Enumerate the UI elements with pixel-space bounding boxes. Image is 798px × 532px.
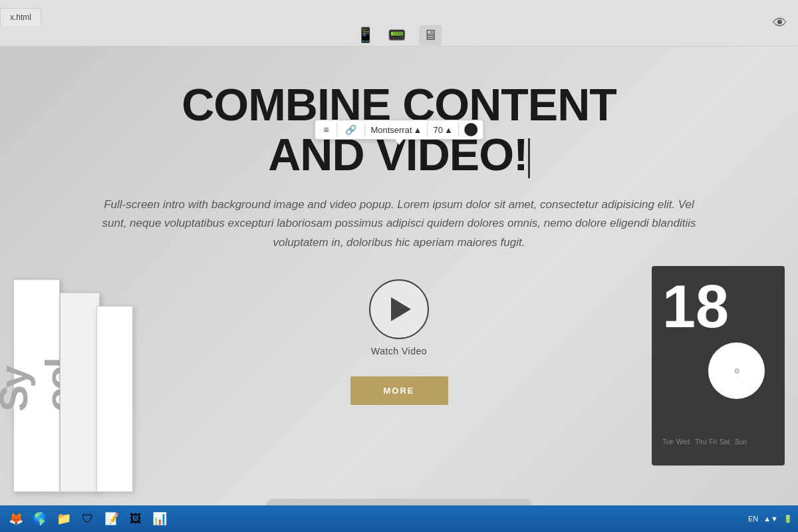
text-color-picker[interactable] bbox=[464, 123, 477, 136]
font-size-value: 70 bbox=[433, 125, 442, 135]
taskbar-browser[interactable]: 🌎 bbox=[29, 508, 51, 529]
taskbar-photoshop[interactable]: 🖼 bbox=[125, 508, 146, 529]
toolbar-divider-1 bbox=[336, 123, 337, 136]
browser-tab[interactable]: x.html bbox=[0, 8, 41, 26]
font-name: Montserrat bbox=[370, 125, 412, 135]
align-button[interactable]: ≡ bbox=[321, 123, 331, 136]
play-button[interactable] bbox=[369, 279, 429, 339]
mobile-icon[interactable]: 📱 bbox=[356, 27, 374, 44]
link-button[interactable]: 🔗 bbox=[342, 123, 359, 136]
eye-icon[interactable]: 👁 bbox=[773, 15, 787, 32]
more-button[interactable]: MORE bbox=[350, 376, 448, 405]
taskbar-app6[interactable]: 📊 bbox=[149, 508, 170, 529]
font-size-selector[interactable]: 70 ▲ bbox=[433, 125, 452, 135]
taskbar-word[interactable]: 📝 bbox=[101, 508, 122, 529]
taskbar-right: EN ▲▼ 🔋 bbox=[748, 515, 793, 523]
font-selector[interactable]: Montserrat ▲ bbox=[370, 125, 422, 135]
text-cursor bbox=[528, 138, 530, 178]
taskbar-antivirus[interactable]: 🛡 bbox=[77, 508, 98, 529]
desktop-icon[interactable]: 🖥 bbox=[419, 25, 442, 45]
taskbar-filezilla[interactable]: 📁 bbox=[53, 508, 74, 529]
watch-video-label: Watch Video bbox=[371, 346, 427, 356]
taskbar-battery: 🔋 bbox=[783, 515, 793, 523]
main-content: Syool 18 Tue Wed Thu Fri Sat Sun bbox=[0, 47, 798, 532]
tablet-icon[interactable]: 📟 bbox=[388, 27, 406, 44]
toolbar-divider-4 bbox=[458, 123, 459, 136]
taskbar: 🦊 🌎 📁 🛡 📝 🖼 📊 EN ▲▼ 🔋 bbox=[0, 505, 798, 532]
toolbar-divider-2 bbox=[364, 123, 365, 136]
taskbar-arrows: ▲▼ bbox=[763, 515, 778, 523]
size-arrow: ▲ bbox=[444, 125, 453, 135]
taskbar-firefox[interactable]: 🦊 bbox=[5, 508, 27, 529]
browser-chrome: x.html 📱 📟 🖥 👁 bbox=[0, 0, 798, 47]
taskbar-lang: EN bbox=[748, 515, 758, 523]
watch-video-section: Watch Video bbox=[27, 279, 771, 356]
font-arrow: ▲ bbox=[414, 125, 422, 135]
play-icon bbox=[391, 297, 411, 321]
editor-toolbar: ≡ 🔗 Montserrat ▲ 70 ▲ bbox=[315, 120, 483, 140]
hero-subtitle: Full-screen intro with background image … bbox=[100, 196, 698, 253]
browser-toolbar: 📱 📟 🖥 bbox=[0, 25, 798, 45]
toolbar-divider-3 bbox=[427, 123, 428, 136]
